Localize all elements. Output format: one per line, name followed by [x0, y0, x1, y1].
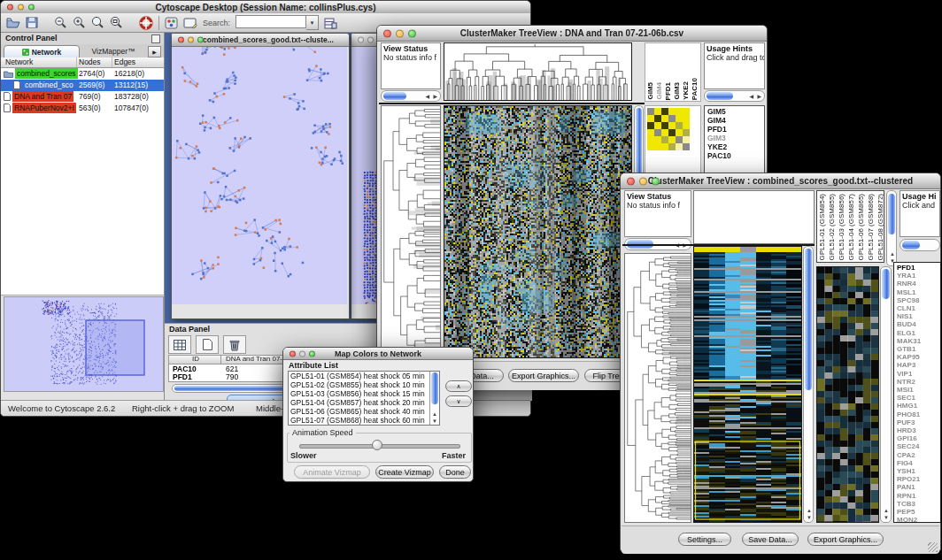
column-label[interactable]: GIM3 [673, 82, 682, 100]
gene-label[interactable]: PFD1 [897, 264, 938, 272]
search-dropdown-icon[interactable]: ▼ [306, 15, 319, 30]
column-label[interactable]: GPL51-01 (GSM854) [818, 194, 828, 261]
column-label[interactable]: PAC10 [691, 78, 699, 100]
tab-vizmapper[interactable]: VizMapper™ [81, 45, 146, 57]
usage-hints-hscrollbar[interactable]: ◀▶ [704, 90, 765, 102]
export-graphics-button[interactable]: Export Graphics... [508, 369, 579, 382]
attribute-batch-icon[interactable] [324, 17, 337, 29]
close-icon[interactable] [383, 29, 391, 37]
usage-hints-hscrollbar[interactable] [900, 239, 940, 251]
close-icon[interactable] [627, 177, 635, 185]
sub-heatmap[interactable] [816, 266, 879, 523]
column-labels-vscrollbar[interactable]: ▲▼ [886, 190, 897, 266]
gene-label[interactable]: PHO81 [897, 410, 938, 418]
gene-label[interactable]: RPN1 [897, 492, 938, 500]
open-file-icon[interactable] [6, 17, 20, 28]
gene-label[interactable]: MSL1 [897, 288, 938, 296]
zoom-window-icon[interactable] [408, 29, 416, 37]
column-label[interactable]: GPL51-03 (GSM856) [838, 194, 847, 261]
network-row-selected[interactable]: combined_sco 2569(6) 13112(15) [1, 80, 164, 91]
col-header-edges[interactable]: Edges [114, 58, 135, 66]
settings-button[interactable]: Settings... [678, 533, 731, 546]
frame1-titlebar[interactable]: combined_scores_good.txt--cluste... [172, 34, 349, 47]
move-up-button[interactable]: ∧ [445, 380, 472, 392]
gene-label[interactable]: MAK31 [897, 337, 938, 345]
tab-network[interactable]: Network [4, 45, 80, 58]
gene-label[interactable]: SEC24 [897, 442, 938, 450]
resize-grip[interactable] [928, 542, 938, 552]
view-status-hscrollbar[interactable]: ◀▶ [381, 90, 441, 102]
gene-label[interactable]: RNR4 [897, 280, 938, 288]
gene-label[interactable]: TCB3 [897, 500, 938, 508]
gene-label[interactable]: HRD3 [897, 426, 938, 434]
close-icon[interactable] [290, 350, 296, 357]
column-label[interactable]: GIM5 [646, 82, 655, 100]
network-row[interactable]: combined_scores 2764(0) 16218(0) [1, 68, 164, 80]
treeview2-titlebar[interactable]: ClusterMaker TreeView : combined_scores_… [621, 173, 940, 189]
gene-label[interactable]: CLN1 [897, 304, 938, 312]
gene-label[interactable]: GIM5 [707, 107, 761, 116]
zoom-in-icon[interactable] [73, 16, 86, 29]
gene-label[interactable]: NTR2 [897, 378, 938, 386]
gene-label[interactable]: ELG1 [897, 329, 938, 337]
array-dendrogram[interactable] [444, 42, 632, 101]
delete-attribute-icon[interactable] [223, 335, 246, 354]
column-label[interactable]: GPL51-06 (GSM865) [857, 194, 867, 261]
zoom-selected-icon[interactable] [91, 16, 104, 29]
col-header-nodes[interactable]: Nodes [79, 58, 101, 66]
gene-label[interactable]: BUD4 [897, 320, 938, 328]
gene-label[interactable]: PAC10 [707, 151, 761, 160]
heatmap-main[interactable] [693, 246, 802, 523]
gene-label[interactable]: FIG4 [897, 459, 938, 467]
minimize-icon[interactable] [18, 4, 24, 11]
minimize-icon[interactable] [299, 350, 305, 357]
move-down-button[interactable]: ∨ [445, 395, 472, 407]
column-label[interactable]: PFD1 [664, 82, 673, 100]
gene-label[interactable]: YRA1 [897, 272, 938, 280]
gene-label[interactable]: GTB1 [897, 345, 938, 353]
gene-label[interactable]: NIS1 [897, 312, 938, 320]
gene-label[interactable]: PFD1 [707, 125, 761, 134]
animate-vizmap-button[interactable]: Animate Vizmap [294, 465, 370, 479]
col-header-network[interactable]: Network [5, 58, 33, 66]
column-label[interactable]: GPL51-07 (GSM868) [867, 194, 876, 261]
column-label[interactable]: YKE2 [682, 81, 691, 100]
column-label[interactable]: GPL51-04 (GSM857) [847, 194, 857, 261]
gene-label[interactable]: HAP3 [897, 361, 938, 369]
column-label[interactable]: GPL51-02 (GSM855) [828, 194, 838, 261]
attribute-list-vscrollbar[interactable]: ▲▼ [429, 372, 439, 425]
gene-label[interactable]: HMG1 [897, 402, 938, 410]
gene-label[interactable]: CPA2 [897, 451, 938, 459]
search-input[interactable] [236, 15, 306, 28]
close-icon[interactable] [7, 4, 13, 11]
zoom-fit-icon[interactable] [110, 16, 123, 29]
gene-label[interactable]: GIM4 [707, 116, 761, 125]
gene-label[interactable]: PUF3 [897, 418, 938, 426]
network-row[interactable]: DNA and Tran 07 769(0) 183728(0) [1, 91, 164, 103]
zoom-heatmap[interactable] [647, 108, 690, 150]
array-dendrogram-area[interactable] [693, 190, 815, 244]
column-label[interactable]: GIM4 [655, 82, 664, 100]
heatmap-main[interactable] [444, 105, 632, 358]
gene-dendrogram[interactable] [624, 253, 691, 523]
gene-label[interactable]: KAP95 [897, 353, 938, 361]
minimize-icon[interactable] [639, 177, 647, 185]
minimize-icon[interactable] [396, 29, 404, 37]
create-vizmap-button[interactable]: Create Vizmap [375, 465, 434, 479]
gene-label[interactable]: RPO21 [897, 475, 938, 483]
gene-label[interactable]: PEP5 [897, 508, 938, 516]
annotation-icon[interactable] [183, 17, 197, 29]
gene-label[interactable]: MSI1 [897, 386, 938, 394]
gene-label[interactable]: GPI16 [897, 434, 938, 442]
gene-dendrogram[interactable] [381, 105, 441, 358]
gene-label[interactable]: SEC1 [897, 394, 938, 402]
speed-slider-thumb[interactable] [372, 440, 382, 450]
save-icon[interactable] [26, 17, 38, 28]
zoom-window-icon[interactable] [652, 177, 660, 185]
close-icon[interactable] [358, 37, 364, 43]
column-label[interactable]: GPL51-08 (GSM872) [876, 194, 884, 261]
close-icon[interactable] [178, 37, 184, 43]
treeview1-titlebar[interactable]: ClusterMaker TreeView : DNA and Tran 07-… [377, 26, 767, 42]
zoom-out-icon[interactable] [54, 16, 67, 29]
attribute-item[interactable]: GPL51-07 (GSM868) heat shock 60 min [290, 417, 429, 426]
